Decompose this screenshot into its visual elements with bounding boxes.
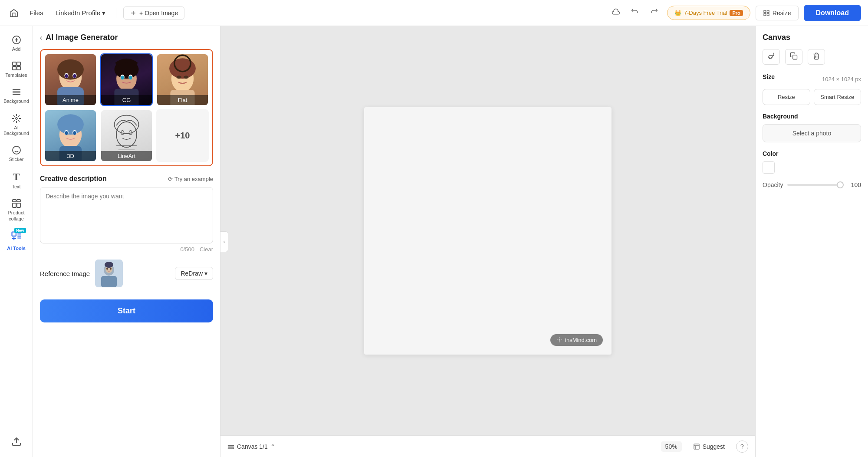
svg-rect-3 — [767, 10, 769, 13]
help-button[interactable]: ? — [736, 441, 748, 453]
svg-rect-4 — [764, 13, 766, 16]
char-count: 0/500 — [180, 246, 194, 253]
svg-point-32 — [73, 74, 76, 78]
nav-templates[interactable]: Templates — [2, 57, 31, 82]
main-layout: Add Templates Background AI Background S… — [0, 26, 868, 457]
suggest-icon — [693, 443, 700, 450]
svg-rect-24 — [17, 203, 20, 207]
style-flat[interactable]: Flat — [156, 53, 209, 106]
nav-upload[interactable] — [2, 433, 31, 452]
svg-rect-66 — [101, 276, 117, 287]
color-section: Color — [763, 150, 861, 174]
undo-button[interactable] — [627, 6, 643, 20]
canvas-board[interactable]: insMind.com — [364, 107, 612, 355]
trial-button[interactable]: 👑 7-Days Free Trial Pro — [667, 6, 750, 20]
style-3d[interactable]: 3D — [44, 109, 97, 162]
svg-rect-74 — [793, 55, 797, 59]
svg-point-54 — [116, 122, 137, 148]
format-paint-button[interactable] — [763, 49, 780, 65]
redo-button[interactable] — [646, 6, 662, 20]
style-cg[interactable]: CG — [100, 53, 153, 106]
download-button[interactable]: Download — [804, 5, 861, 21]
nav-product-collage[interactable]: Product collage — [2, 195, 31, 225]
opacity-thumb[interactable] — [837, 181, 844, 188]
description-header: Creative description ⟳ Try an example — [40, 175, 213, 183]
svg-point-55 — [114, 115, 138, 134]
svg-rect-23 — [13, 203, 16, 207]
nav-text[interactable]: T Text — [2, 168, 31, 193]
style-grid: Anime CG — [40, 49, 213, 166]
smart-resize-button[interactable]: Smart Resize — [814, 89, 861, 105]
description-textarea[interactable] — [40, 187, 213, 243]
topbar-divider — [116, 8, 116, 18]
right-panel: Canvas Size 1024 × 1024 px Resize Smart … — [755, 26, 868, 457]
svg-rect-71 — [694, 444, 699, 449]
svg-rect-68 — [228, 445, 233, 446]
suggest-button[interactable]: Suggest — [689, 441, 729, 452]
nav-sticker[interactable]: Sticker — [2, 141, 31, 166]
svg-point-28 — [57, 59, 84, 80]
background-section: Background Select a photo — [763, 113, 861, 142]
home-button[interactable] — [7, 6, 21, 20]
open-image-button[interactable]: + Open Image — [123, 7, 184, 20]
reference-section: Reference Image ReDraw ▾ — [40, 260, 213, 287]
opacity-label: Opacity — [763, 181, 783, 188]
svg-point-44 — [176, 76, 181, 79]
reference-label: Reference Image — [40, 270, 90, 277]
topbar: Files LinkedIn Profile ▾ + Open Image 👑 … — [0, 0, 868, 26]
panel-title: AI Image Generator — [46, 33, 118, 42]
zoom-level: 50% — [661, 441, 682, 452]
back-button[interactable]: ‹ — [40, 34, 42, 42]
history-buttons — [608, 6, 662, 20]
redraw-select[interactable]: ReDraw ▾ — [175, 267, 213, 280]
svg-rect-9 — [13, 62, 16, 66]
icon-nav: Add Templates Background AI Background S… — [0, 26, 33, 457]
opacity-value: 100 — [848, 181, 861, 188]
nav-ai-tools[interactable]: New AI Tools — [2, 227, 31, 255]
delete-button[interactable] — [808, 49, 825, 65]
style-more[interactable]: +10 — [156, 109, 209, 162]
canvas-wrapper: insMind.com — [220, 26, 755, 435]
svg-rect-10 — [17, 62, 20, 66]
collapse-panel-button[interactable]: ‹ — [220, 231, 228, 252]
start-button[interactable]: Start — [40, 299, 213, 322]
svg-rect-5 — [767, 13, 769, 16]
duplicate-button[interactable] — [785, 49, 802, 65]
files-button[interactable]: Files — [26, 7, 47, 18]
svg-rect-70 — [228, 448, 233, 449]
profile-button[interactable]: LinkedIn Profile ▾ — [52, 7, 109, 19]
nav-background[interactable]: Background — [2, 83, 31, 108]
svg-point-64 — [110, 268, 112, 270]
canvas-info[interactable]: Canvas 1/1 ⌃ — [227, 443, 276, 450]
nav-add[interactable]: Add — [2, 31, 31, 56]
opacity-slider[interactable] — [787, 184, 844, 186]
resize-button[interactable]: Resize — [756, 6, 799, 20]
svg-point-42 — [169, 58, 196, 79]
svg-point-63 — [106, 268, 108, 270]
style-lineart[interactable]: LineArt — [100, 109, 153, 162]
svg-rect-69 — [228, 447, 233, 447]
description-title: Creative description — [40, 175, 107, 183]
size-label: Size — [763, 73, 775, 80]
resize-row: Resize Smart Resize — [763, 89, 861, 105]
color-row — [763, 161, 861, 174]
select-photo-button[interactable]: Select a photo — [763, 124, 861, 142]
svg-point-52 — [73, 131, 76, 135]
svg-point-31 — [65, 74, 68, 78]
reference-thumbnail[interactable] — [95, 260, 123, 287]
size-value: 1024 × 1024 px — [822, 76, 861, 82]
color-swatch[interactable] — [763, 161, 775, 174]
try-example-button[interactable]: ⟳ Try an example — [168, 176, 213, 182]
right-panel-actions — [763, 49, 861, 65]
opacity-row: Opacity 100 — [763, 181, 861, 188]
svg-point-67 — [559, 339, 560, 340]
svg-rect-11 — [13, 66, 16, 70]
svg-rect-2 — [764, 10, 766, 13]
svg-point-48 — [57, 114, 84, 135]
clear-button[interactable]: Clear — [200, 246, 213, 253]
cloud-save-button[interactable] — [608, 6, 624, 20]
nav-ai-background[interactable]: AI Background — [2, 110, 31, 140]
resize-button-right[interactable]: Resize — [763, 89, 810, 105]
style-anime[interactable]: Anime — [44, 53, 97, 106]
watermark-icon — [556, 337, 562, 343]
